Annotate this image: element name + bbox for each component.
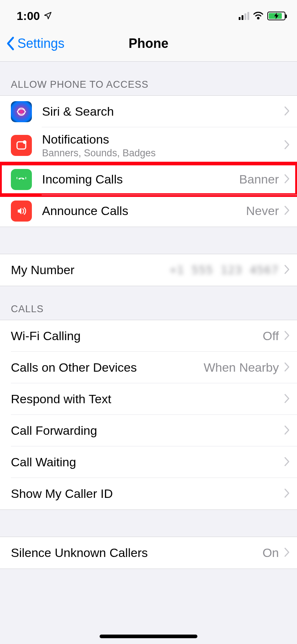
row-title: Respond with Text [11,392,284,406]
row-wifi-calling[interactable]: Wi-Fi Calling Off [0,320,297,352]
row-value: On [263,546,279,560]
section-silence: Silence Unknown Callers On [0,510,297,569]
row-title: Announce Calls [42,203,246,218]
siri-icon [11,101,32,122]
row-value: Never [246,204,279,218]
row-call-forwarding[interactable]: Call Forwarding [0,415,297,446]
chevron-right-icon [284,425,290,437]
row-title: Call Waiting [11,455,284,470]
row-calls-other-devices[interactable]: Calls on Other Devices When Nearby [0,352,297,383]
row-respond-with-text[interactable]: Respond with Text [0,383,297,415]
section-header-access: ALLOW PHONE TO ACCESS [0,62,297,95]
row-value: Off [263,329,279,343]
nav-bar: Settings Phone [0,25,297,62]
chevron-right-icon [284,457,290,468]
notifications-icon [11,135,32,156]
cellular-icon [239,12,249,20]
status-bar: 1:00 [0,0,297,25]
row-call-waiting[interactable]: Call Waiting [0,446,297,478]
status-time: 1:00 [17,9,40,23]
row-silence-unknown-callers[interactable]: Silence Unknown Callers On [0,537,297,569]
chevron-right-icon [284,393,290,405]
chevron-right-icon [284,264,290,276]
row-my-number[interactable]: My Number +1 555 123 4567 [0,254,297,286]
chevron-right-icon [284,547,290,559]
row-value: When Nearby [204,360,279,375]
section-access: ALLOW PHONE TO ACCESS Siri & Search Noti… [0,62,297,227]
chevron-right-icon [284,362,290,373]
chevron-right-icon [284,330,290,342]
status-left: 1:00 [17,9,52,23]
row-title: Wi-Fi Calling [11,329,263,343]
chevron-right-icon [284,205,290,217]
row-notifications[interactable]: Notifications Banners, Sounds, Badges [0,127,297,164]
row-title: Silence Unknown Callers [11,545,263,560]
list-access: Siri & Search Notifications Banners, Sou… [0,95,297,227]
battery-icon [267,12,285,20]
row-title: Notifications [42,132,284,147]
section-calls: CALLS Wi-Fi Calling Off Calls on Other D… [0,286,297,510]
chevron-right-icon [284,140,290,151]
location-icon [43,9,52,23]
list-my-number: My Number +1 555 123 4567 [0,254,297,286]
list-silence: Silence Unknown Callers On [0,537,297,569]
home-indicator[interactable] [100,635,197,638]
speaker-icon [11,201,32,222]
row-incoming-calls[interactable]: Incoming Calls Banner [0,164,297,195]
battery-charging-icon [268,12,285,20]
svg-point-2 [23,140,26,144]
row-title: Call Forwarding [11,423,284,438]
section-header-calls: CALLS [0,286,297,320]
row-title: My Number [11,263,170,277]
row-announce-calls[interactable]: Announce Calls Never [0,195,297,227]
status-right [239,9,285,23]
section-my-number: My Number +1 555 123 4567 [0,227,297,286]
row-title: Calls on Other Devices [11,360,204,375]
chevron-right-icon [284,488,290,500]
row-value: Banner [239,172,279,186]
row-siri-search[interactable]: Siri & Search [0,96,297,127]
row-show-my-caller-id[interactable]: Show My Caller ID [0,478,297,509]
back-label: Settings [17,36,64,51]
back-button[interactable]: Settings [0,36,64,51]
row-title: Show My Caller ID [11,486,284,501]
chevron-right-icon [284,106,290,117]
row-value: +1 555 123 4567 [170,264,279,276]
chevron-right-icon [284,174,290,185]
wifi-icon [253,9,264,23]
list-calls: Wi-Fi Calling Off Calls on Other Devices… [0,320,297,510]
row-subtitle: Banners, Sounds, Badges [42,148,284,159]
row-title: Incoming Calls [42,172,239,187]
row-title: Siri & Search [42,104,284,119]
phone-icon [11,169,32,190]
